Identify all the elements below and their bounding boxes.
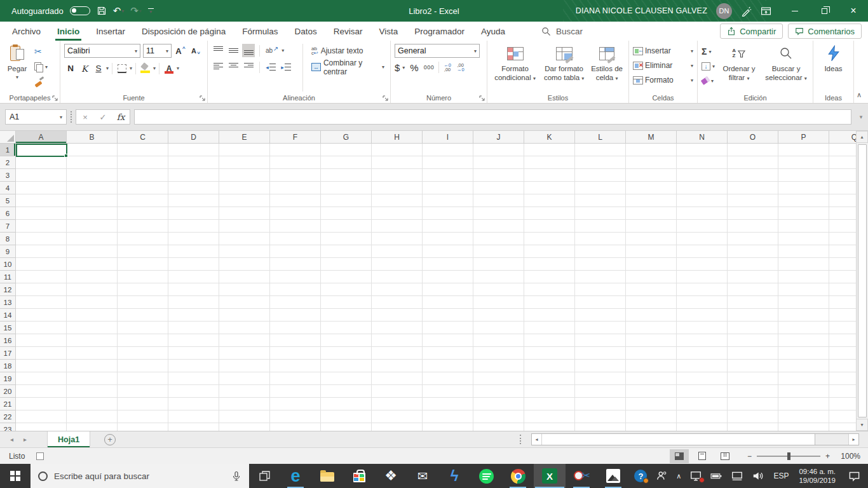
- column-header-i[interactable]: I: [423, 131, 473, 144]
- zoom-slider[interactable]: [757, 456, 820, 457]
- horizontal-scrollbar-thumb[interactable]: [542, 434, 815, 445]
- autosave-toggle[interactable]: [70, 6, 90, 15]
- tab-ayuda[interactable]: Ayuda: [473, 22, 513, 41]
- increase-indent-button[interactable]: ▸: [280, 60, 292, 74]
- number-format-select[interactable]: General▾: [395, 44, 480, 58]
- column-header-q[interactable]: Q: [829, 131, 856, 144]
- enter-button[interactable]: ✓: [94, 110, 112, 124]
- comments-button[interactable]: Comentarios: [788, 24, 862, 39]
- insert-function-button[interactable]: fx: [112, 110, 130, 124]
- row-header-8[interactable]: 8: [0, 233, 16, 245]
- find-select-button[interactable]: Buscar y seleccionar ▾: [763, 44, 809, 92]
- normal-view-button[interactable]: [670, 449, 689, 463]
- previous-sheet-button[interactable]: ◂: [10, 436, 13, 443]
- taskbar-app-mail[interactable]: ✉: [407, 464, 438, 488]
- copy-dropdown[interactable]: ▾: [45, 64, 48, 70]
- column-header-k[interactable]: K: [524, 131, 575, 144]
- tab-disposici-n-de-p-gina[interactable]: Disposición de página: [133, 22, 234, 41]
- column-header-l[interactable]: L: [575, 131, 626, 144]
- row-header-4[interactable]: 4: [0, 182, 16, 194]
- redo-button[interactable]: ↷▾: [130, 5, 142, 17]
- fill-handle[interactable]: [64, 154, 68, 158]
- clipboard-dialog-launcher[interactable]: [52, 95, 58, 101]
- zoom-out-button[interactable]: −: [747, 452, 752, 461]
- tray-hidden-icons[interactable]: ∧: [672, 464, 686, 488]
- row-header-2[interactable]: 2: [0, 156, 16, 169]
- tray-volume[interactable]: [747, 464, 768, 488]
- scroll-up-button[interactable]: ▴: [856, 131, 868, 143]
- row-header-9[interactable]: 9: [0, 245, 16, 258]
- fill-color-button[interactable]: [139, 62, 152, 75]
- font-dialog-launcher[interactable]: [200, 95, 205, 101]
- delete-cells-button[interactable]: Eliminar▾: [633, 59, 693, 72]
- sheet-tab-hoja1[interactable]: Hoja1: [47, 431, 90, 447]
- autosum-button[interactable]: Σ▾: [702, 45, 715, 58]
- alignment-dialog-launcher[interactable]: [383, 95, 388, 101]
- increase-decimal-button[interactable]: ←0,00: [444, 63, 451, 72]
- row-header-21[interactable]: 21: [0, 398, 16, 410]
- column-header-m[interactable]: M: [626, 131, 677, 144]
- align-middle-button[interactable]: [227, 44, 240, 57]
- selected-cell[interactable]: [16, 144, 67, 157]
- cells-area[interactable]: [16, 144, 856, 431]
- column-header-b[interactable]: B: [67, 131, 118, 144]
- column-header-n[interactable]: N: [677, 131, 728, 144]
- column-header-e[interactable]: E: [219, 131, 270, 144]
- column-header-o[interactable]: O: [728, 131, 778, 144]
- font-color-button[interactable]: A: [163, 62, 175, 75]
- avatar[interactable]: DN: [716, 3, 732, 19]
- copy-button[interactable]: ▾: [34, 60, 48, 73]
- tab-scrollbar-splitter[interactable]: [520, 435, 521, 444]
- next-sheet-button[interactable]: ▸: [24, 436, 27, 443]
- scroll-down-button[interactable]: ▾: [856, 419, 868, 431]
- clear-button[interactable]: ▾: [702, 74, 715, 87]
- cut-button[interactable]: ✂: [34, 45, 48, 58]
- column-header-d[interactable]: D: [168, 131, 219, 144]
- format-as-table-button[interactable]: Dar formato como tabla ▾: [540, 44, 588, 92]
- font-size-select[interactable]: 11▾: [143, 44, 172, 58]
- grow-font-button[interactable]: A˄: [174, 44, 187, 58]
- taskbar-search[interactable]: Escribe aquí para buscar: [31, 464, 249, 488]
- row-header-6[interactable]: 6: [0, 207, 16, 220]
- italic-button[interactable]: K: [78, 62, 91, 75]
- zoom-in-button[interactable]: +: [825, 452, 830, 461]
- row-header-22[interactable]: 22: [0, 410, 16, 423]
- close-button[interactable]: ×: [839, 0, 868, 22]
- align-right-button[interactable]: [242, 60, 255, 74]
- tab-insertar[interactable]: Insertar: [88, 22, 133, 41]
- taskbar-app-dropbox[interactable]: ❖: [375, 464, 407, 488]
- customize-quick-access-button[interactable]: ▾: [148, 8, 154, 13]
- column-header-j[interactable]: J: [473, 131, 524, 144]
- cell-styles-button[interactable]: Estilos de celda ▾: [589, 44, 625, 92]
- tab-vista[interactable]: Vista: [370, 22, 406, 41]
- fill-button[interactable]: ↓▾: [702, 60, 715, 72]
- undo-dropdown[interactable]: ▾: [121, 8, 124, 14]
- share-button[interactable]: Compartir: [720, 24, 783, 39]
- vertical-scrollbar-thumb[interactable]: [858, 144, 867, 417]
- fill-color-dropdown[interactable]: ▾: [153, 65, 156, 71]
- wrap-text-button[interactable]: abc↩ Ajustar texto: [309, 44, 386, 57]
- borders-dropdown[interactable]: ▾: [130, 65, 132, 71]
- undo-button[interactable]: ↶▾: [113, 5, 125, 17]
- row-header-23[interactable]: 23: [0, 423, 16, 431]
- start-button[interactable]: [0, 464, 31, 488]
- align-bottom-button[interactable]: [242, 44, 255, 57]
- percent-button[interactable]: %: [410, 62, 418, 73]
- paste-dropdown[interactable]: ▾: [16, 73, 18, 82]
- row-header-16[interactable]: 16: [0, 334, 16, 347]
- bold-button[interactable]: N: [64, 62, 77, 75]
- tab-programador[interactable]: Programador: [406, 22, 473, 41]
- conditional-formatting-button[interactable]: Formato condicional ▾: [491, 44, 539, 92]
- zoom-level[interactable]: 100%: [834, 452, 860, 461]
- scroll-left-button[interactable]: ◂: [532, 434, 542, 445]
- tab-datos[interactable]: Datos: [286, 22, 325, 41]
- tray-display-alert[interactable]: [686, 464, 706, 488]
- row-header-20[interactable]: 20: [0, 385, 16, 398]
- row-header-12[interactable]: 12: [0, 283, 16, 296]
- ideas-button[interactable]: Ideas: [818, 44, 850, 92]
- format-cells-button[interactable]: Formato▾: [633, 74, 693, 86]
- column-header-c[interactable]: C: [118, 131, 168, 144]
- horizontal-scrollbar-track[interactable]: [815, 434, 848, 445]
- tab-inicio[interactable]: Inicio: [49, 22, 88, 41]
- vertical-scrollbar[interactable]: ▴ ▾: [856, 131, 868, 431]
